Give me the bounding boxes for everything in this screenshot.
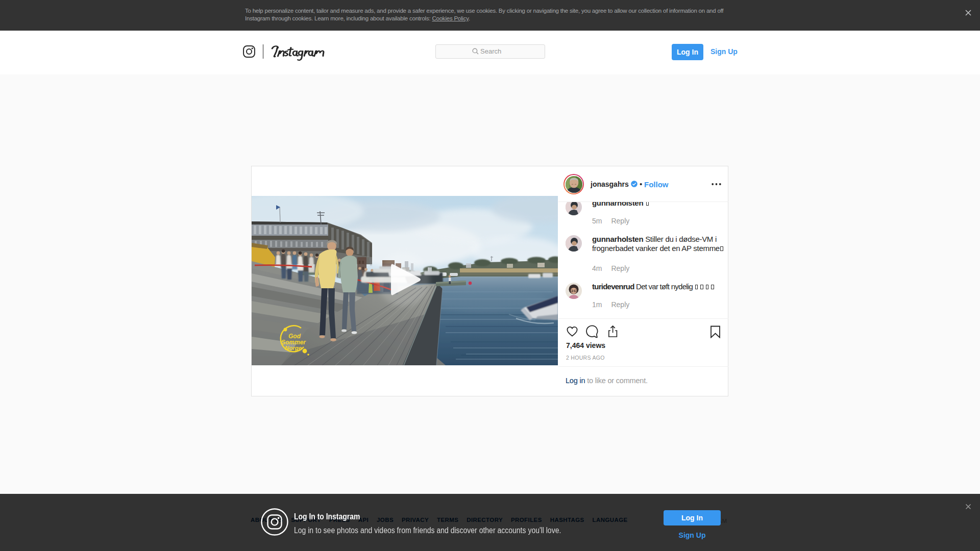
svg-text:Norge: Norge [285, 345, 302, 351]
